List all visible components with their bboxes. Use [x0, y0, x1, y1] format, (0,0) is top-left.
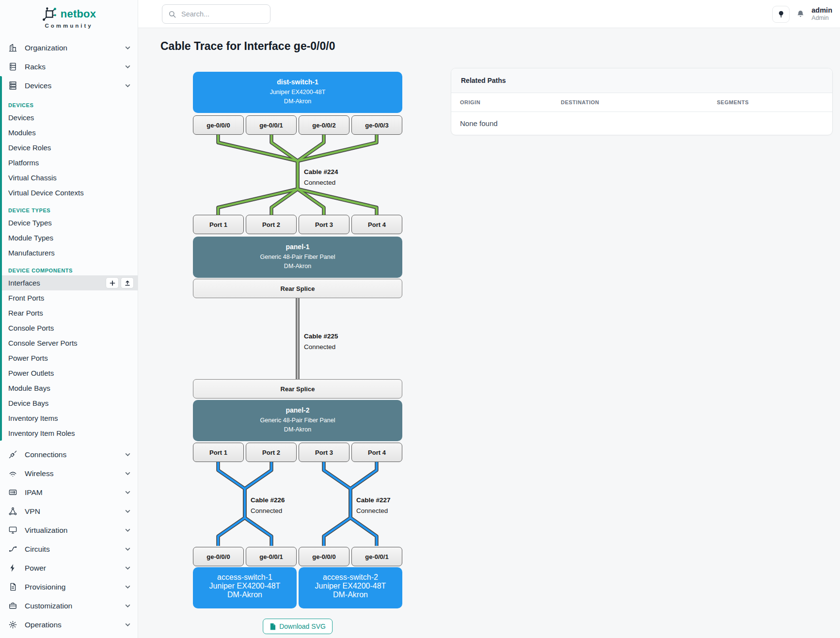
sidebar-item-inventory-item-roles[interactable]: Inventory Item Roles — [0, 426, 138, 441]
front-port-node[interactable]: Port 4 — [351, 443, 402, 462]
chevron-down-icon — [125, 470, 131, 477]
interface-node[interactable]: ge-0/0/0 — [299, 547, 349, 566]
sidebar-item-virtual-device-contexts[interactable]: Virtual Device Contexts — [0, 185, 138, 200]
sidebar-item-front-ports[interactable]: Front Ports — [0, 290, 138, 305]
chevron-down-icon — [125, 451, 131, 458]
sidebar-item-platforms[interactable]: Platforms — [0, 155, 138, 170]
sidebar-item-device-types[interactable]: Device Types — [0, 215, 138, 230]
interface-node[interactable]: ge-0/0/1 — [246, 547, 297, 566]
sidebar-item-customization[interactable]: Customization — [0, 596, 138, 615]
sidebar-item-provisioning[interactable]: Provisioning — [0, 577, 138, 596]
chevron-down-icon — [125, 45, 131, 51]
chevron-down-icon — [125, 527, 131, 533]
lightbulb-icon — [777, 10, 785, 19]
device-node-panel-1[interactable]: panel-1 Generic 48-Pair Fiber Panel DM-A… — [193, 237, 402, 278]
sidebar-item-console-ports[interactable]: Console Ports — [0, 320, 138, 335]
front-port-node[interactable]: Port 2 — [246, 443, 297, 462]
cable-227-label[interactable]: Cable #227Connected — [356, 495, 391, 516]
sidebar-item-module-bays[interactable]: Module Bays — [0, 381, 138, 396]
rear-port-node[interactable]: Rear Splice — [193, 379, 402, 399]
sidebar-item-circuits[interactable]: Circuits — [0, 540, 138, 558]
front-port-node[interactable]: Port 1 — [193, 215, 244, 234]
download-svg-button[interactable]: Download SVG — [263, 619, 333, 634]
related-paths-card: Related Paths ORIGIN DESTINATION SEGMENT… — [451, 68, 833, 135]
device-node-access-switch-1[interactable]: access-switch-1 Juniper EX4200-48T DM-Ak… — [193, 567, 297, 608]
interface-node[interactable]: ge-0/0/1 — [246, 115, 297, 135]
sidebar-item-console-server-ports[interactable]: Console Server Ports — [0, 335, 138, 351]
virtualization-icon — [8, 526, 17, 535]
front-port-node[interactable]: Port 2 — [246, 215, 297, 234]
import-interfaces-button[interactable] — [121, 277, 134, 288]
operations-icon — [8, 620, 17, 629]
interface-node[interactable]: ge-0/0/0 — [193, 115, 244, 135]
user-role: Admin — [811, 15, 832, 21]
sidebar-item-devices-list[interactable]: Devices — [0, 110, 138, 125]
sidebar-item-modules[interactable]: Modules — [0, 125, 138, 140]
sidebar-item-device-roles[interactable]: Device Roles — [0, 140, 138, 155]
sidebar-item-operations[interactable]: Operations — [0, 615, 138, 634]
search-input[interactable] — [181, 10, 254, 18]
sidebar-item-vpn[interactable]: VPN — [0, 502, 138, 521]
interface-node[interactable]: ge-0/0/3 — [351, 115, 402, 135]
notifications-bell-icon[interactable] — [796, 9, 805, 19]
sidebar-item-racks[interactable]: Racks — [0, 57, 138, 76]
sidebar-item-power-ports[interactable]: Power Ports — [0, 351, 138, 366]
sidebar-item-manufacturers[interactable]: Manufacturers — [0, 245, 138, 260]
add-interface-button[interactable] — [106, 277, 119, 288]
sidebar-item-module-types[interactable]: Module Types — [0, 230, 138, 245]
chevron-down-icon — [125, 622, 131, 628]
brand-logo[interactable]: netbox Community — [0, 0, 138, 38]
sidebar-item-power-outlets[interactable]: Power Outlets — [0, 366, 138, 381]
sidebar-section-device-components: DEVICE COMPONENTS — [8, 268, 138, 273]
sidebar-item-device-bays[interactable]: Device Bays — [0, 396, 138, 411]
user-menu[interactable]: admin Admin — [811, 6, 832, 21]
access-switch-interfaces: ge-0/0/0 ge-0/0/1 ge-0/0/0 ge-0/0/1 — [193, 547, 402, 566]
column-header-destination: DESTINATION — [561, 99, 717, 105]
brand-tagline: Community — [0, 23, 138, 29]
connections-icon — [8, 450, 17, 459]
sidebar-item-power[interactable]: Power — [0, 558, 138, 577]
sidebar-item-ipam[interactable]: IPAM — [0, 483, 138, 502]
sidebar-item-organization[interactable]: Organization — [0, 38, 138, 57]
theme-toggle-button[interactable] — [772, 6, 790, 23]
organization-icon — [8, 43, 17, 52]
sidebar-item-wireless[interactable]: Wireless — [0, 464, 138, 483]
wireless-icon — [8, 469, 17, 478]
sidebar-item-virtualization[interactable]: Virtualization — [0, 521, 138, 540]
rear-port-node[interactable]: Rear Splice — [193, 279, 402, 298]
sidebar-item-inventory-items[interactable]: Inventory Items — [0, 411, 138, 426]
interface-node[interactable]: ge-0/0/2 — [299, 115, 349, 135]
access-switch-row: access-switch-1 Juniper EX4200-48T DM-Ak… — [193, 567, 402, 608]
chevron-down-icon — [125, 603, 131, 609]
ipam-icon — [8, 488, 17, 497]
global-search[interactable] — [162, 4, 270, 24]
main-content: Cable Trace for Interface ge-0/0/0 — [138, 28, 840, 638]
netbox-logo-icon — [42, 6, 57, 22]
panel1-front-ports: Port 1 Port 2 Port 3 Port 4 — [193, 215, 402, 234]
cable-226-label[interactable]: Cable #226Connected — [251, 495, 285, 516]
device-node-panel-2[interactable]: panel-2 Generic 48-Pair Fiber Panel DM-A… — [193, 400, 402, 441]
device-node-dist-switch-1[interactable]: dist-switch-1 Juniper EX4200-48T DM-Akro… — [193, 72, 402, 113]
cable-224-label[interactable]: Cable #224Connected — [304, 167, 338, 188]
sidebar-item-rear-ports[interactable]: Rear Ports — [0, 305, 138, 320]
sidebar-item-interfaces[interactable]: Interfaces — [0, 275, 138, 290]
front-port-node[interactable]: Port 1 — [193, 443, 244, 462]
front-port-node[interactable]: Port 4 — [351, 215, 402, 234]
related-paths-empty-row: None found — [451, 112, 832, 135]
chevron-down-icon — [125, 546, 131, 552]
sidebar-item-virtual-chassis[interactable]: Virtual Chassis — [0, 170, 138, 185]
interface-node[interactable]: ge-0/0/0 — [193, 547, 244, 566]
chevron-down-icon — [125, 584, 131, 590]
cable-225-label[interactable]: Cable #225Connected — [304, 331, 338, 352]
brand-name: netbox — [61, 8, 96, 20]
customization-icon — [8, 601, 17, 610]
import-icon — [125, 280, 130, 286]
sidebar-section-device-types: DEVICE TYPES — [8, 207, 138, 213]
interface-node[interactable]: ge-0/0/1 — [351, 547, 402, 566]
related-paths-title: Related Paths — [451, 68, 832, 93]
device-node-access-switch-2[interactable]: access-switch-2 Juniper EX4200-48T DM-Ak… — [299, 567, 402, 608]
front-port-node[interactable]: Port 3 — [299, 443, 349, 462]
front-port-node[interactable]: Port 3 — [299, 215, 349, 234]
sidebar-item-connections[interactable]: Connections — [0, 445, 138, 464]
sidebar-item-devices[interactable]: Devices — [0, 76, 138, 95]
